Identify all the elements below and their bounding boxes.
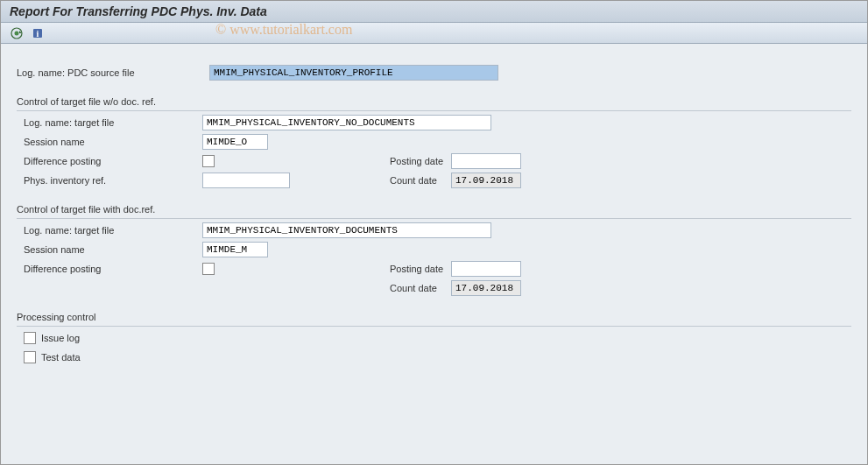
group1-target-label: Log. name: target file bbox=[17, 117, 202, 128]
group1-phys-input[interactable] bbox=[202, 173, 290, 188]
source-file-input[interactable] bbox=[209, 65, 498, 81]
toolbar: i bbox=[1, 23, 867, 44]
svg-point-1 bbox=[15, 31, 19, 35]
group1-phys-label: Phys. inventory ref. bbox=[17, 175, 202, 186]
info-icon: i bbox=[32, 27, 44, 39]
svg-text:i: i bbox=[37, 29, 39, 39]
execute-button[interactable] bbox=[8, 25, 25, 41]
group2-diff-checkbox[interactable] bbox=[202, 263, 215, 275]
test-data-label: Test data bbox=[41, 352, 81, 363]
group2-title: Control of target file with doc.ref. bbox=[17, 204, 851, 215]
group1-posting-input[interactable] bbox=[451, 153, 521, 169]
group2-posting-label: Posting date bbox=[363, 264, 451, 274]
window-title: Report For Transferring PDC Phys. Inv. D… bbox=[10, 4, 267, 18]
group2-count-input[interactable] bbox=[451, 280, 521, 296]
source-label: Log. name: PDC source file bbox=[17, 67, 209, 78]
group1-posting-label: Posting date bbox=[363, 156, 451, 166]
group2-diff-label: Difference posting bbox=[17, 264, 202, 274]
group2-session-input[interactable] bbox=[202, 242, 268, 257]
group2-target-label: Log. name: target file bbox=[17, 225, 202, 236]
group1-session-label: Session name bbox=[17, 137, 202, 147]
source-row: Log. name: PDC source file bbox=[17, 63, 851, 82]
issue-log-checkbox[interactable] bbox=[24, 332, 36, 344]
group1-count-input[interactable] bbox=[451, 173, 521, 188]
group3-title: Processing control bbox=[17, 312, 851, 322]
issue-log-label: Issue log bbox=[41, 333, 80, 343]
group3-box: Issue log Test data bbox=[17, 326, 851, 367]
test-data-checkbox[interactable] bbox=[24, 351, 36, 363]
group1-diff-label: Difference posting bbox=[17, 156, 202, 166]
group2-box: Log. name: target file Session name Diff… bbox=[17, 218, 851, 298]
group1-count-label: Count date bbox=[363, 175, 451, 186]
execute-icon bbox=[11, 27, 23, 39]
group1-title: Control of target file w/o doc. ref. bbox=[17, 96, 851, 107]
window-title-bar: Report For Transferring PDC Phys. Inv. D… bbox=[1, 1, 867, 23]
group2-posting-input[interactable] bbox=[451, 261, 521, 277]
info-button[interactable]: i bbox=[29, 25, 46, 41]
content-area: Log. name: PDC source file Control of ta… bbox=[1, 44, 867, 465]
group1-target-input[interactable] bbox=[202, 115, 491, 130]
group2-target-input[interactable] bbox=[202, 222, 491, 238]
group1-diff-checkbox[interactable] bbox=[202, 155, 215, 167]
group1-box: Log. name: target file Session name Diff… bbox=[17, 110, 851, 190]
group2-session-label: Session name bbox=[17, 244, 202, 255]
group1-session-input[interactable] bbox=[202, 134, 268, 150]
group2-count-label: Count date bbox=[363, 283, 451, 293]
